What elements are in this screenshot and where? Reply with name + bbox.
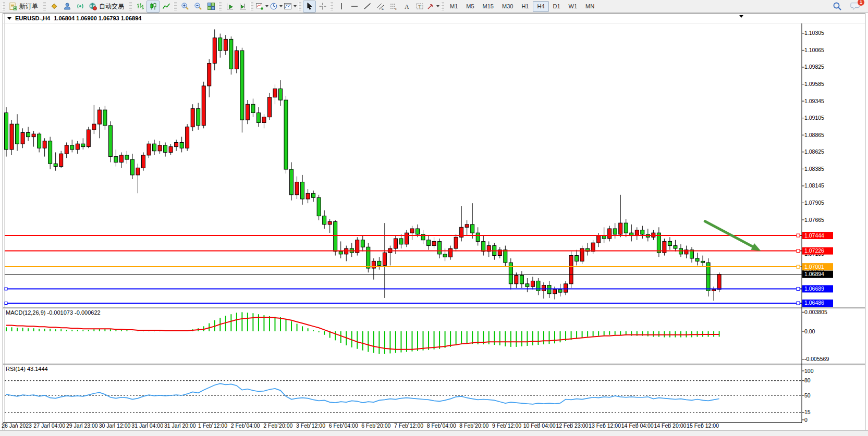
zoom-in-icon xyxy=(181,2,189,10)
svg-text:9 Feb 12:00: 9 Feb 12:00 xyxy=(492,422,521,429)
toolbar: 新订单自动交易EFATM1M5M15M30H1H4D1W1MN 1 xyxy=(0,0,868,13)
toolbar-grip xyxy=(129,2,132,10)
auto-trading-icon xyxy=(89,2,97,10)
auto-trading-label: 自动交易 xyxy=(99,2,124,11)
auto-trading-button[interactable]: 自动交易 xyxy=(87,1,128,13)
text-button[interactable]: A xyxy=(400,1,413,13)
tf-M1-button[interactable]: M1 xyxy=(446,1,462,12)
svg-text:2 Feb 20:00: 2 Feb 20:00 xyxy=(263,422,292,429)
templates-button[interactable] xyxy=(283,1,297,13)
line-chart-button[interactable] xyxy=(160,1,173,13)
tf-M5-button[interactable]: M5 xyxy=(462,1,478,12)
svg-text:0.00: 0.00 xyxy=(804,328,815,334)
indicators-dropdown-caret[interactable] xyxy=(265,5,268,7)
svg-text:F: F xyxy=(395,7,397,10)
search-button[interactable] xyxy=(830,1,843,13)
notification-badge: 1 xyxy=(857,0,865,6)
tf-W1-button[interactable]: W1 xyxy=(565,1,582,12)
tile-windows-button[interactable] xyxy=(204,1,217,13)
text-label-icon: T xyxy=(415,2,424,10)
toolbar-right: 1 xyxy=(830,1,867,13)
svg-text:1.08385: 1.08385 xyxy=(804,166,824,172)
rsi-label: RSI(14) 43.1444 xyxy=(6,366,48,372)
tf-M30-button[interactable]: M30 xyxy=(498,1,517,12)
candles-chart-button[interactable] xyxy=(146,1,160,13)
templates-dropdown-caret[interactable] xyxy=(294,5,297,7)
tf-D1-button[interactable]: D1 xyxy=(549,1,565,12)
svg-text:1.07001: 1.07001 xyxy=(804,264,824,270)
svg-text:10 Feb 04:00: 10 Feb 04:00 xyxy=(523,422,556,429)
svg-text:12 Feb 23:00: 12 Feb 23:00 xyxy=(556,422,588,429)
chart-menu-caret-icon[interactable] xyxy=(739,15,743,18)
arrows-button[interactable] xyxy=(426,1,440,13)
vertical-line-icon xyxy=(337,2,346,10)
arrows-icon xyxy=(426,2,435,10)
indicators-button[interactable] xyxy=(255,1,269,13)
svg-text:100: 100 xyxy=(804,368,814,374)
svg-text:15 Feb 12:00: 15 Feb 12:00 xyxy=(687,422,719,429)
arrows-dropdown-caret[interactable] xyxy=(436,5,439,7)
svg-text:1.10305: 1.10305 xyxy=(804,30,824,36)
svg-text:80: 80 xyxy=(804,377,811,383)
chart-canvas[interactable]: 1.103051.100651.098251.095851.093451.091… xyxy=(0,0,868,436)
svg-text:1.06486: 1.06486 xyxy=(804,300,824,306)
templates-icon xyxy=(284,2,292,10)
svg-text:31 Jan 20:00: 31 Jan 20:00 xyxy=(164,422,196,429)
svg-text:1.10065: 1.10065 xyxy=(804,47,824,53)
tf-H4-label: H4 xyxy=(537,3,544,9)
equidistant-channel-button[interactable]: E xyxy=(374,1,387,13)
periods-button[interactable] xyxy=(269,1,283,13)
svg-text:13 Feb 12:00: 13 Feb 12:00 xyxy=(589,422,621,429)
trendline-icon xyxy=(363,2,372,10)
vertical-line-button[interactable] xyxy=(335,1,348,13)
market-watch-button[interactable] xyxy=(47,1,60,13)
svg-text:8 Feb 20:00: 8 Feb 20:00 xyxy=(459,422,488,429)
cursor-button[interactable] xyxy=(303,1,316,13)
chart-titlebar[interactable]: EURUSD-,H4 1.06804 1.06900 1.06793 1.068… xyxy=(7,14,141,22)
tf-MN-button[interactable]: MN xyxy=(581,1,598,12)
zoom-out-icon xyxy=(194,2,202,10)
chart-shift-button[interactable] xyxy=(236,1,249,13)
cursor-icon xyxy=(305,2,314,10)
line-chart-icon xyxy=(162,2,170,10)
new-order-icon xyxy=(9,2,17,10)
auto-scroll-button[interactable] xyxy=(223,1,236,13)
svg-text:31 Jan 04:00: 31 Jan 04:00 xyxy=(131,422,163,429)
tf-H1-button[interactable]: H1 xyxy=(517,1,533,12)
notifications-button[interactable]: 1 xyxy=(849,1,862,13)
svg-text:1.09825: 1.09825 xyxy=(804,64,824,70)
tf-MN-label: MN xyxy=(585,3,594,9)
tf-M15-button[interactable]: M15 xyxy=(479,1,498,12)
horizontal-line-button[interactable] xyxy=(348,1,361,13)
equidistant-channel-icon: E xyxy=(376,2,385,10)
svg-text:A: A xyxy=(405,3,409,10)
tf-D1-label: D1 xyxy=(553,3,560,9)
toolbar-groups: 新订单自动交易EFATM1M5M15M30H1H4D1W1MN xyxy=(1,1,598,13)
text-icon: A xyxy=(402,2,411,10)
line-anchor-icon[interactable] xyxy=(5,288,7,290)
application-window: 1.103051.100651.098251.095851.093451.091… xyxy=(0,0,868,436)
signals-button[interactable] xyxy=(74,1,87,13)
svg-text:1.08865: 1.08865 xyxy=(804,132,824,138)
new-order-button[interactable]: 新订单 xyxy=(7,1,42,13)
periods-dropdown-caret[interactable] xyxy=(279,5,283,7)
svg-text:6 Feb 20:00: 6 Feb 20:00 xyxy=(361,422,390,429)
tf-H4-button[interactable]: H4 xyxy=(533,1,548,12)
svg-text:-0.005569: -0.005569 xyxy=(804,356,829,362)
line-anchor-icon[interactable] xyxy=(5,302,7,304)
trendline-button[interactable] xyxy=(361,1,374,13)
symbol-dropdown-icon[interactable] xyxy=(7,17,11,20)
crosshair-button[interactable] xyxy=(316,1,329,13)
bars-chart-button[interactable] xyxy=(133,1,146,13)
svg-text:1.06894: 1.06894 xyxy=(804,271,824,277)
fibonacci-button[interactable]: F xyxy=(387,1,400,13)
status-bar xyxy=(0,430,868,436)
navigator-button[interactable] xyxy=(60,1,74,13)
text-label-button[interactable]: T xyxy=(413,1,426,13)
zoom-out-button[interactable] xyxy=(191,1,204,13)
bars-chart-icon xyxy=(136,2,144,10)
svg-text:1.07444: 1.07444 xyxy=(804,232,824,239)
zoom-in-button[interactable] xyxy=(178,1,191,13)
toolbar-grip xyxy=(2,2,5,10)
svg-text:50: 50 xyxy=(804,392,811,398)
